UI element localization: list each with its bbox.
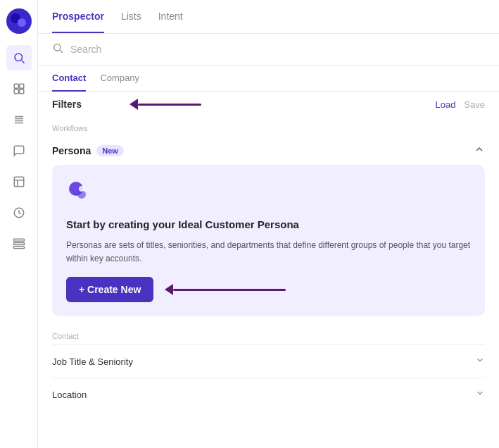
tab-intent[interactable]: Intent	[158, 1, 183, 33]
sidebar-item-chat[interactable]	[6, 138, 32, 163]
sidebar-item-search[interactable]	[6, 45, 32, 70]
filter-item-job-title[interactable]: Job Title & Seniority	[52, 344, 485, 378]
content-area: Contact Company Filters Load Save Workfl…	[38, 66, 499, 448]
persona-card: Start by creating your Ideal Customer Pe…	[52, 165, 485, 316]
scroll-panel[interactable]: Workflows Persona New	[38, 117, 499, 448]
load-button[interactable]: Load	[435, 99, 455, 110]
sidebar-item-grid[interactable]	[6, 231, 32, 256]
svg-point-2	[18, 18, 26, 27]
arrow-annotation-top	[130, 99, 201, 110]
svg-rect-8	[19, 89, 23, 94]
filter-item-label: Location	[52, 390, 87, 400]
filter-actions: Load Save	[435, 99, 485, 110]
svg-rect-12	[13, 243, 24, 245]
filter-item-location[interactable]: Location	[52, 378, 485, 411]
workflows-section-label: Workflows	[52, 117, 485, 137]
search-bar[interactable]: Search	[38, 34, 499, 66]
create-new-button[interactable]: + Create New	[66, 277, 153, 302]
contact-section-label: Contact	[52, 325, 485, 344]
svg-line-4	[21, 61, 24, 63]
persona-description: Personas are sets of titles, seniorities…	[66, 239, 471, 266]
sidebar-item-lists[interactable]	[6, 107, 32, 132]
tab-prospector[interactable]: Prospector	[52, 1, 104, 33]
sub-tab-bar: Contact Company	[38, 66, 499, 92]
svg-rect-5	[14, 84, 18, 88]
persona-title: Persona	[52, 145, 91, 156]
new-badge: New	[96, 145, 124, 156]
sidebar-item-history[interactable]	[6, 200, 32, 225]
create-new-row: + Create New	[66, 277, 471, 302]
svg-point-14	[54, 44, 61, 51]
sidebar-item-chart[interactable]	[6, 169, 32, 194]
tab-contact[interactable]: Contact	[52, 66, 86, 92]
filter-header: Filters Load Save	[38, 92, 499, 117]
filters-title: Filters	[52, 99, 82, 110]
chevron-down-icon	[475, 388, 485, 401]
svg-rect-6	[19, 84, 23, 88]
chevron-down-icon	[475, 355, 485, 368]
persona-section-header[interactable]: Persona New	[52, 137, 485, 165]
sidebar-item-person[interactable]	[6, 76, 32, 101]
main-panel: Prospector Lists Intent Search Contact C…	[38, 0, 499, 448]
persona-heading: Start by creating your Ideal Customer Pe…	[66, 217, 471, 232]
filter-item-label: Job Title & Seniority	[52, 356, 133, 367]
arrow-annotation-button	[165, 284, 286, 295]
save-button[interactable]: Save	[464, 99, 485, 110]
svg-point-18	[79, 186, 84, 192]
svg-rect-13	[13, 247, 24, 249]
svg-rect-11	[13, 239, 24, 241]
svg-rect-7	[14, 89, 18, 94]
tab-lists[interactable]: Lists	[121, 1, 141, 33]
svg-point-3	[15, 54, 23, 61]
persona-icon	[66, 179, 471, 207]
tab-company[interactable]: Company	[100, 66, 139, 92]
chevron-up-icon	[474, 144, 485, 158]
sidebar	[0, 0, 38, 448]
svg-rect-9	[14, 177, 24, 187]
svg-line-15	[60, 50, 62, 52]
search-placeholder: Search	[70, 44, 101, 55]
app-logo[interactable]	[6, 8, 32, 34]
top-navigation: Prospector Lists Intent	[38, 0, 499, 34]
search-icon	[52, 42, 63, 56]
